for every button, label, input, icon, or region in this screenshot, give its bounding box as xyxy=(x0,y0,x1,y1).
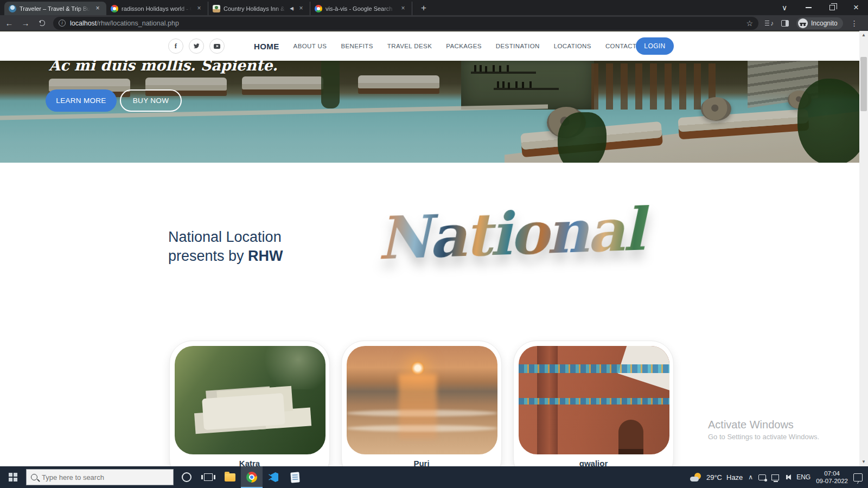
destination-cards: Katra Puri gwalior xyxy=(169,341,674,481)
browser-toolbar: ← → i localhost/rhw/locations_national.p… xyxy=(0,15,868,31)
tab-search-icon[interactable]: ∨ xyxy=(773,0,796,15)
page-info-icon[interactable]: i xyxy=(59,20,66,27)
watermark-line2: Go to Settings to activate Windows. xyxy=(708,433,819,441)
buy-now-button[interactable]: BUY NOW xyxy=(120,89,182,112)
media-controls-icon[interactable]: ♪ xyxy=(765,20,774,27)
sun-cloud-icon xyxy=(690,473,702,481)
google-icon xyxy=(111,5,118,12)
nav-item-travel-desk[interactable]: TRAVEL DESK xyxy=(387,43,432,49)
browser-tab-country-holidays[interactable]: Country Holidays Inn & Suite ◀) × xyxy=(208,2,310,15)
card-katra[interactable]: Katra xyxy=(169,341,330,481)
back-icon[interactable]: ← xyxy=(2,16,16,30)
site-navbar: f HOME ABOUT US BENEFITS TRAVEL DESK PAC… xyxy=(0,31,859,61)
youtube-icon[interactable] xyxy=(209,38,225,54)
brand-rhw: RHW xyxy=(248,248,283,264)
system-tray: 29°C Haze ∧ ENG 07:04 09-07-2022 xyxy=(690,466,868,488)
scroll-up-icon[interactable]: ▲ xyxy=(859,31,868,40)
scrollbar-thumb[interactable] xyxy=(860,57,867,111)
incognito-badge: Incognito xyxy=(796,17,843,29)
section-heading: National Location presents by RHW xyxy=(168,228,283,266)
vscode-button[interactable] xyxy=(263,466,284,488)
address-bar[interactable]: i localhost/rhw/locations_national.php ☆ xyxy=(53,17,758,30)
clock[interactable]: 07:04 09-07-2022 xyxy=(816,470,848,485)
task-view-icon xyxy=(204,473,213,481)
cast-device-icon[interactable] xyxy=(758,474,766,480)
date: 09-07-2022 xyxy=(816,477,848,485)
notepad-button[interactable] xyxy=(284,466,306,488)
learn-more-button[interactable]: LEARN MORE xyxy=(46,89,117,112)
scroll-down-icon[interactable]: ▼ xyxy=(859,458,868,466)
cortana-icon xyxy=(182,472,192,482)
volume-icon[interactable] xyxy=(784,474,791,480)
browser-tab-google-search[interactable]: vis-à-vis - Google Search × xyxy=(310,2,412,15)
start-button[interactable] xyxy=(0,466,26,488)
nav-item-locations[interactable]: LOCATIONS xyxy=(554,43,591,49)
hidden-icons-chevron[interactable]: ∧ xyxy=(748,473,753,481)
nav-item-home[interactable]: HOME xyxy=(254,42,279,51)
new-tab-button[interactable]: + xyxy=(417,1,431,15)
notepad-icon xyxy=(290,472,299,483)
chrome-icon xyxy=(246,472,257,483)
bookmark-star-icon[interactable]: ☆ xyxy=(746,19,753,28)
side-panel-icon[interactable] xyxy=(781,20,789,27)
katra-image xyxy=(175,346,326,454)
weather-widget[interactable]: 29°C Haze xyxy=(690,473,743,481)
gwalior-image xyxy=(519,346,669,454)
tab-title: Traveler – Travel & Trip Business xyxy=(20,5,90,12)
traveler-site-icon xyxy=(9,5,16,12)
minimize-button[interactable] xyxy=(796,0,820,15)
action-center-icon[interactable] xyxy=(853,473,863,481)
tab-title: vis-à-vis - Google Search xyxy=(326,5,395,12)
close-icon[interactable]: × xyxy=(195,4,203,13)
card-gwalior[interactable]: gwalior xyxy=(513,341,674,481)
incognito-label: Incognito xyxy=(811,20,838,27)
weather-temp: 29°C xyxy=(706,473,722,481)
heading-line2: presents by RHW xyxy=(168,247,283,266)
window-controls: ∨ × xyxy=(773,0,868,15)
browser-menu-icon[interactable]: ⋮ xyxy=(851,19,858,28)
nav-item-packages[interactable]: PACKAGES xyxy=(446,43,482,49)
watermark-line1: Activate Windows xyxy=(708,419,819,431)
twitter-icon[interactable] xyxy=(189,38,204,54)
restore-button[interactable] xyxy=(820,0,844,15)
weather-condition: Haze xyxy=(726,473,743,481)
card-puri[interactable]: Puri xyxy=(341,341,502,481)
tab-audio-icon[interactable]: ◀) xyxy=(290,6,293,11)
nav-item-destination[interactable]: DESTINATION xyxy=(496,43,540,49)
language-indicator[interactable]: ENG xyxy=(796,473,810,481)
search-input[interactable] xyxy=(42,473,156,481)
page-scrollbar[interactable]: ▲ ▼ xyxy=(859,31,868,466)
url-text: localhost/rhw/locations_national.php xyxy=(70,20,746,27)
browser-tab-radisson[interactable]: radisson Holidays world - Google × xyxy=(106,2,208,15)
windows-taskbar: 29°C Haze ∧ ENG 07:04 09-07-2022 xyxy=(0,466,868,488)
close-icon[interactable]: × xyxy=(93,4,102,13)
close-window-button[interactable]: × xyxy=(844,0,868,15)
windows-logo-icon xyxy=(9,473,17,481)
taskbar-search[interactable] xyxy=(26,469,174,485)
reload-icon[interactable] xyxy=(35,16,49,30)
puri-image xyxy=(347,346,497,454)
file-explorer-button[interactable] xyxy=(219,466,241,488)
chrome-button[interactable] xyxy=(241,466,263,488)
forward-icon[interactable]: → xyxy=(18,16,33,30)
facebook-icon[interactable]: f xyxy=(168,38,183,54)
main-menu: HOME ABOUT US BENEFITS TRAVEL DESK PACKA… xyxy=(254,42,648,51)
folder-icon xyxy=(225,473,235,481)
screen: Traveler – Travel & Trip Business × radi… xyxy=(0,0,868,488)
nav-item-about-us[interactable]: ABOUT US xyxy=(293,43,327,49)
login-button[interactable]: LOGIN xyxy=(636,37,674,55)
blue-tile-band xyxy=(519,398,669,404)
nav-item-benefits[interactable]: BENEFITS xyxy=(341,43,373,49)
search-icon xyxy=(31,474,37,480)
activate-windows-watermark: Activate Windows Go to Settings to activ… xyxy=(708,419,819,441)
network-icon[interactable] xyxy=(771,474,779,480)
browser-tab-traveler[interactable]: Traveler – Travel & Trip Business × xyxy=(4,2,106,15)
tab-title: Country Holidays Inn & Suite xyxy=(224,5,286,12)
tab-title: radisson Holidays world - Google xyxy=(122,5,192,12)
task-view-button[interactable] xyxy=(197,466,219,488)
twitter-bird-glyph xyxy=(193,43,200,49)
close-icon[interactable]: × xyxy=(297,4,305,13)
wave xyxy=(347,425,497,432)
close-icon[interactable]: × xyxy=(399,4,407,13)
cortana-button[interactable] xyxy=(176,466,197,488)
